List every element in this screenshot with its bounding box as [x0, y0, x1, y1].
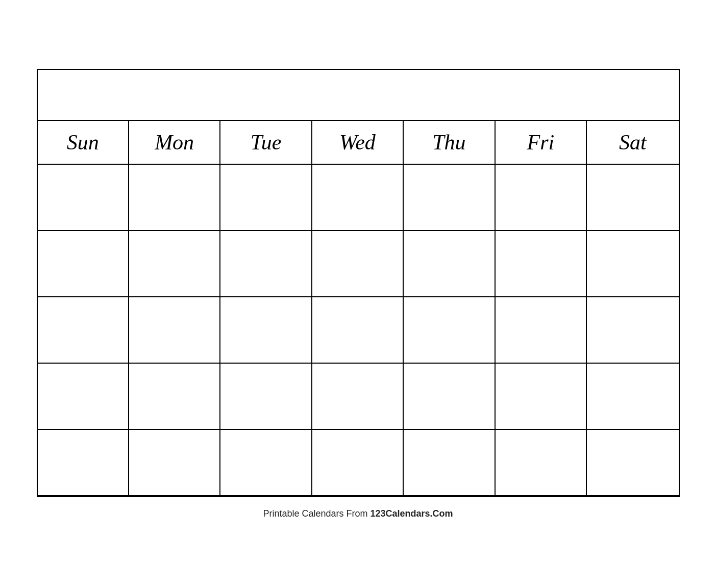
calendar-cell — [38, 430, 129, 496]
calendar-cell — [129, 165, 220, 231]
calendar-wrapper: Sun Mon Tue Wed Thu Fri Sat — [37, 69, 680, 497]
calendar-cell — [312, 297, 404, 364]
calendar-cell — [587, 231, 678, 297]
calendar-cell — [496, 364, 587, 430]
calendar-title-row — [38, 70, 679, 121]
calendar-cell — [312, 231, 404, 297]
calendar-cell — [404, 430, 495, 496]
calendar-cell — [587, 297, 678, 364]
calendar-header: Sun Mon Tue Wed Thu Fri Sat — [38, 121, 679, 165]
calendar-cell — [404, 165, 495, 231]
calendar-cell — [496, 231, 587, 297]
calendar-cell — [312, 165, 404, 231]
calendar-cell — [38, 165, 129, 231]
day-header-tue: Tue — [220, 121, 312, 164]
calendar-cell — [587, 430, 678, 496]
calendar-cell — [496, 297, 587, 364]
calendar-cell — [312, 364, 404, 430]
footer-prefix: Printable Calendars From — [263, 508, 370, 519]
day-header-sun: Sun — [38, 121, 129, 164]
day-header-thu: Thu — [404, 121, 495, 164]
calendar-cell — [404, 297, 495, 364]
day-header-sat: Sat — [587, 121, 678, 164]
calendar-cell — [38, 231, 129, 297]
calendar-cell — [129, 364, 220, 430]
calendar-cell — [220, 231, 312, 297]
calendar-grid — [38, 165, 679, 496]
footer: Printable Calendars From 123Calendars.Co… — [37, 508, 680, 519]
calendar-cell — [220, 430, 312, 496]
calendar-cell — [38, 364, 129, 430]
calendar-cell — [220, 297, 312, 364]
calendar-cell — [129, 231, 220, 297]
calendar-cell — [312, 430, 404, 496]
calendar-cell — [220, 165, 312, 231]
calendar-cell — [129, 430, 220, 496]
footer-brand: 123Calendars.Com — [371, 508, 453, 519]
calendar-cell — [587, 165, 678, 231]
day-header-wed: Wed — [312, 121, 404, 164]
day-header-fri: Fri — [496, 121, 587, 164]
calendar-cell — [404, 231, 495, 297]
calendar-cell — [38, 297, 129, 364]
calendar-cell — [220, 364, 312, 430]
calendar-cell — [587, 364, 678, 430]
page-container: Sun Mon Tue Wed Thu Fri Sat — [27, 59, 690, 529]
calendar-cell — [496, 165, 587, 231]
day-header-mon: Mon — [129, 121, 220, 164]
calendar-cell — [404, 364, 495, 430]
calendar-cell — [496, 430, 587, 496]
calendar-cell — [129, 297, 220, 364]
